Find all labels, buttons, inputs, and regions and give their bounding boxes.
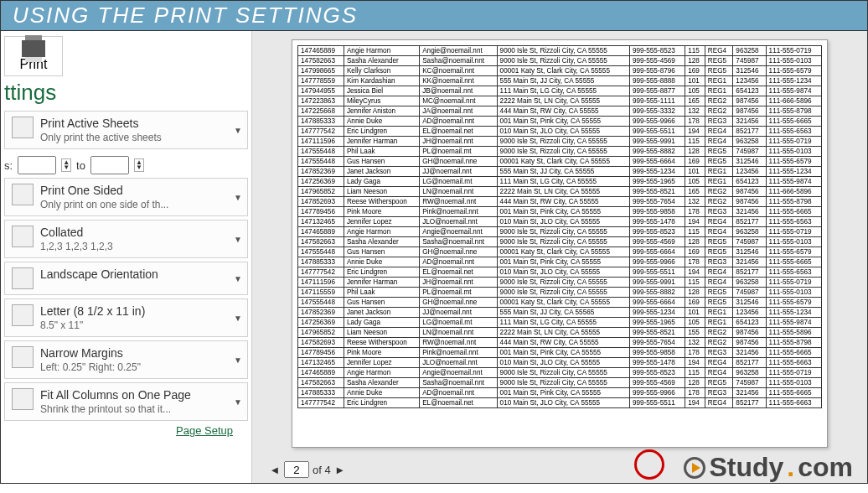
table-row: 147555448Gus HansenGH@noemail.nne00001 K… — [298, 157, 822, 167]
page-to-input[interactable] — [90, 156, 129, 174]
prev-page-button[interactable]: ◄ — [269, 464, 281, 476]
option-title: Collated — [40, 226, 240, 239]
print-backstage: Print ttings Print Active SheetsOnly pri… — [0, 31, 868, 484]
option-icon — [12, 267, 34, 289]
brand-dot: . — [787, 452, 794, 483]
brand-text: Study — [709, 452, 783, 483]
table-row: 147789456Pink MoorePink@noemail.nnt001 M… — [298, 348, 822, 358]
chevron-down-icon: ▼ — [234, 126, 242, 135]
settings-heading-partial: ttings — [4, 80, 248, 106]
preview-panel: 147465889Angie HarmonAngie@noemail.nnt90… — [252, 31, 867, 483]
preview-page: 147465889Angie HarmonAngie@noemail.nnt90… — [292, 39, 828, 448]
chevron-down-icon: ▼ — [234, 397, 242, 407]
table-row: 147944955Jessica BielJB@noemail.nnt111 M… — [298, 86, 822, 96]
print-option-2[interactable]: Collated1,2,3 1,2,3 1,2,3▼ — [4, 220, 248, 258]
table-row: 147555448Gus HansenGH@noemail.nne00001 K… — [298, 298, 822, 308]
table-row: 147777542Eric LindgrenEL@noemail.net010 … — [298, 398, 822, 408]
page-setup-link[interactable]: Page Setup — [4, 424, 248, 437]
print-button[interactable]: Print — [4, 36, 63, 76]
table-row: 147223863MileyCyrusMC@noemail.nnt2222 Ma… — [298, 96, 822, 106]
option-icon — [12, 226, 34, 247]
settings-panel: Print ttings Print Active SheetsOnly pri… — [1, 31, 252, 483]
table-row: 147582663Sasha AlexanderSasha@noemail.nn… — [298, 237, 822, 247]
option-icon — [12, 346, 34, 368]
page-range: s:▲▼ to ▲▼ — [4, 153, 248, 178]
chevron-down-icon: ▼ — [234, 274, 242, 283]
print-option-6[interactable]: Fit All Columns on One PageShrink the pr… — [4, 382, 248, 421]
page-number-input[interactable] — [284, 461, 309, 478]
table-row: 147778559Kim KardashianKK@noemail.nnt555… — [298, 76, 822, 86]
spinner[interactable]: ▲▼ — [134, 158, 144, 172]
table-row: 147582663Sasha AlexanderSasha@noemail.nn… — [298, 378, 822, 388]
table-row: 147115559Phil LaakPL@noemail.mt9000 Isle… — [298, 288, 822, 298]
option-title: Landscape Orientation — [40, 267, 240, 281]
table-row: 147885333Annie DukeAD@noemail.nnt001 Mai… — [298, 257, 822, 267]
option-title: Narrow Margins — [40, 346, 240, 360]
data-table: 147465889Angie HarmonAngie@noemail.nnt90… — [297, 45, 822, 408]
study-watermark: Study.com — [684, 452, 853, 483]
table-row: 147789456Pink MoorePink@noemail.nnt001 M… — [298, 207, 822, 217]
table-row: 147111596Jennifer HarmanJH@noemail.nnt90… — [298, 278, 822, 288]
table-row: 147885333Annie DukeAD@noemail.nnt001 Mai… — [298, 117, 822, 127]
table-row: 147582693Reese WitherspoonRW@noemail.nnt… — [298, 338, 822, 348]
option-subtitle: Only print on one side of th... — [40, 199, 240, 210]
page-total-label: of 4 — [313, 464, 331, 476]
spinner[interactable]: ▲▼ — [61, 158, 71, 172]
table-row: 147777542Eric LindgrenEL@noemail.net010 … — [298, 267, 822, 278]
preview-area: 147465889Angie HarmonAngie@noemail.nnt90… — [252, 31, 867, 456]
table-row: 147852369Janet JacksonJJ@noemail.nnt555 … — [298, 308, 822, 318]
table-row: 147256369Lady GagaLG@noemail.mt111 Main … — [298, 177, 822, 187]
option-icon — [12, 304, 34, 326]
option-subtitle: Shrink the printout so that it... — [40, 403, 240, 415]
table-row: 147852693Reese WitherspoonRW@noemail.nnt… — [298, 197, 822, 207]
print-option-0[interactable]: Print Active SheetsOnly print the active… — [4, 111, 248, 149]
option-title: Print Active Sheets — [40, 117, 240, 130]
table-row: 147132465Jennifer LopezJLO@noemail.nnt01… — [298, 217, 822, 227]
option-title: Print One Sided — [40, 184, 240, 197]
table-row: 147998665Kelly ClarksonKC@noemail.nnt000… — [298, 66, 822, 76]
option-title: Letter (8 1/2 x 11 in) — [40, 304, 240, 318]
table-row: 147132465Jennifer LopezJLO@noemail.nnt01… — [298, 358, 822, 368]
chevron-down-icon: ▼ — [234, 355, 242, 365]
print-option-5[interactable]: Narrow MarginsLeft: 0.25" Right: 0.25"▼ — [4, 340, 248, 379]
table-row: 147965852Liam NeesonLN@noemail.nnt2222 M… — [298, 187, 822, 197]
option-title: Fit All Columns on One Page — [40, 388, 240, 402]
option-subtitle: Only print the active sheets — [40, 132, 240, 143]
chevron-down-icon: ▼ — [234, 193, 242, 202]
print-option-3[interactable]: Landscape Orientation▼ — [4, 262, 248, 295]
option-subtitle: Left: 0.25" Right: 0.25" — [40, 361, 240, 373]
lesson-title-bar: USING THE PRINT SETTINGS — [0, 0, 868, 31]
option-icon — [12, 388, 34, 410]
table-row: 147777542Eric LindgrenEL@noemail.net010 … — [298, 127, 822, 137]
option-icon — [12, 184, 34, 205]
table-row: 147465889Angie HarmonAngie@noemail.nnt90… — [298, 227, 822, 237]
table-row: 147582663Sasha AlexanderSasha@noemail.nn… — [298, 56, 822, 66]
table-row: 147111596Jennifer HarmanJH@noemail.nnt90… — [298, 137, 822, 147]
print-option-1[interactable]: Print One SidedOnly print on one side of… — [4, 178, 248, 216]
table-row: 147256369Lady GagaLG@noemail.mt111 Main … — [298, 318, 822, 328]
table-row: 147465889Angie HarmonAngie@noemail.nnt90… — [298, 46, 822, 56]
print-option-4[interactable]: Letter (8 1/2 x 11 in)8.5" x 11"▼ — [4, 298, 248, 337]
page-from-input[interactable] — [18, 156, 56, 174]
table-row: 147885333Annie DukeAD@noemail.nnt001 Mai… — [298, 388, 822, 398]
play-icon — [684, 457, 705, 479]
option-subtitle: 8.5" x 11" — [40, 319, 240, 331]
option-subtitle: 1,2,3 1,2,3 1,2,3 — [40, 241, 240, 252]
table-row: 147465889Angie HarmonAngie@noemail.nnt90… — [298, 368, 822, 378]
table-row: 147555448Gus HansenGH@noemail.nne00001 K… — [298, 247, 822, 257]
table-row: 147555448Phil LaakPL@noemail.mt9000 Isle… — [298, 147, 822, 157]
table-row: 147965852Liam NeesonLN@noemail.nnt2222 M… — [298, 328, 822, 338]
printer-icon — [22, 40, 45, 57]
table-row: 147225668Jennifer AnistonJA@noemail.nnt4… — [298, 106, 822, 117]
next-page-button[interactable]: ► — [334, 464, 346, 476]
brand-com: com — [798, 452, 853, 483]
option-icon — [12, 117, 34, 138]
table-row: 147852369Janet JacksonJJ@noemail.nnt555 … — [298, 167, 822, 177]
chevron-down-icon: ▼ — [234, 235, 242, 244]
chevron-down-icon: ▼ — [234, 314, 242, 323]
